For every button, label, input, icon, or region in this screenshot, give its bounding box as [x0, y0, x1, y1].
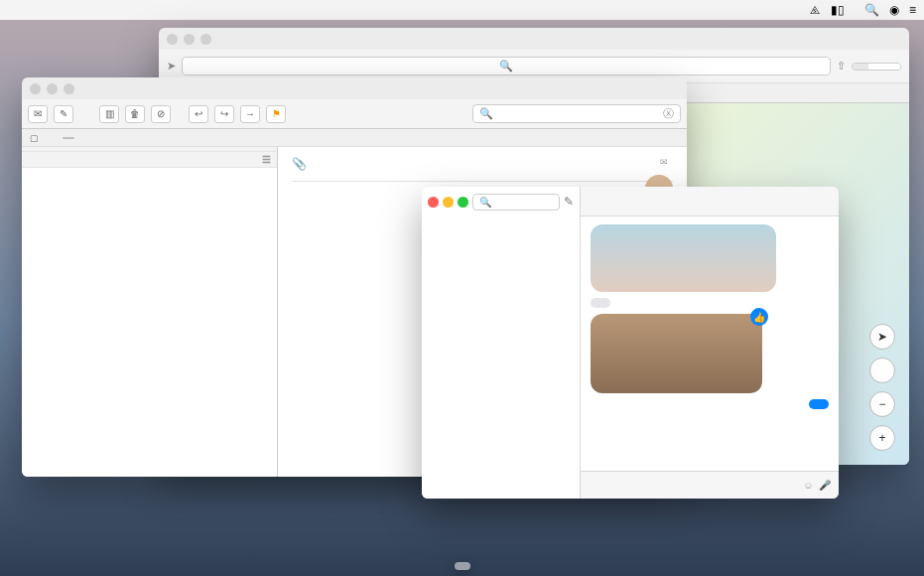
- locate-icon[interactable]: ➤: [869, 324, 895, 350]
- wifi-icon[interactable]: ⧌: [810, 3, 821, 17]
- dock: [455, 562, 470, 570]
- search-icon: 🔍: [499, 60, 513, 72]
- reader-mailbox: ✉: [660, 157, 671, 167]
- message-thread: 👍: [581, 216, 839, 471]
- seg-map[interactable]: [853, 64, 868, 70]
- maps-max[interactable]: [200, 34, 211, 45]
- forward-button[interactable]: →: [240, 105, 260, 123]
- maps-close[interactable]: [167, 34, 178, 45]
- directions-icon[interactable]: ➤: [167, 60, 176, 72]
- share-icon[interactable]: ⇧: [837, 60, 846, 72]
- delete-button[interactable]: 🗑: [125, 105, 145, 123]
- received-image-1[interactable]: [591, 224, 776, 292]
- menubar: ⧌ ▮▯ 🔍 ◉ ≡: [0, 0, 924, 20]
- reply-all-button[interactable]: ↪: [214, 105, 234, 123]
- messages-max[interactable]: [458, 197, 468, 208]
- mail-max[interactable]: [64, 83, 74, 94]
- group-sort-date[interactable]: ☰: [22, 152, 277, 168]
- mail-close[interactable]: [30, 83, 41, 94]
- messages-min[interactable]: [443, 197, 454, 208]
- seg-transit[interactable]: [868, 64, 884, 70]
- battery-icon[interactable]: ▮▯: [831, 3, 845, 17]
- incoming-bubble: [591, 298, 610, 308]
- junk-button[interactable]: ⊘: [151, 105, 171, 123]
- new-message-button[interactable]: ✎: [564, 195, 574, 209]
- maps-min[interactable]: [184, 34, 195, 45]
- conversation-list: [422, 216, 580, 499]
- siri-icon[interactable]: ◉: [889, 3, 899, 17]
- tapback-like-icon[interactable]: 👍: [750, 308, 768, 326]
- message-list: ☰: [22, 147, 278, 477]
- 3d-button[interactable]: [869, 358, 895, 383]
- reply-button[interactable]: ↩: [189, 105, 208, 123]
- messages-window: 🔍 ✎ 👍 ☺ 🎤: [422, 187, 839, 499]
- notification-center-icon[interactable]: ≡: [909, 3, 916, 17]
- mail-search[interactable]: 🔍 ⓧ: [472, 104, 681, 123]
- clear-search-icon[interactable]: ⓧ: [663, 106, 674, 121]
- spotlight-icon[interactable]: 🔍: [864, 3, 879, 17]
- attachment-icon: 📎: [292, 157, 307, 171]
- mail-search-input[interactable]: [493, 108, 663, 120]
- audio-icon[interactable]: 🎤: [819, 480, 831, 491]
- zoom-out[interactable]: −: [869, 391, 895, 417]
- messages-search[interactable]: 🔍: [472, 194, 560, 211]
- mail-min[interactable]: [47, 83, 58, 94]
- archive-button[interactable]: ▥: [99, 105, 119, 123]
- reader-from: 📎: [292, 157, 673, 171]
- mailboxes-toggle[interactable]: ▢: [30, 133, 39, 143]
- received-image-2[interactable]: 👍: [591, 314, 762, 393]
- flag-button[interactable]: ⚑: [266, 105, 286, 123]
- seg-satellite[interactable]: [884, 64, 900, 70]
- zoom-in[interactable]: +: [869, 425, 895, 451]
- messages-close[interactable]: [428, 197, 439, 208]
- compose-button[interactable]: ✎: [54, 105, 73, 123]
- get-mail-button[interactable]: ✉: [28, 105, 48, 123]
- maps-search[interactable]: 🔍: [182, 57, 831, 75]
- outgoing-bubble: [809, 399, 829, 409]
- emoji-icon[interactable]: ☺: [803, 480, 813, 491]
- map-type-segment[interactable]: [852, 63, 901, 71]
- scope-inbox[interactable]: [63, 137, 74, 139]
